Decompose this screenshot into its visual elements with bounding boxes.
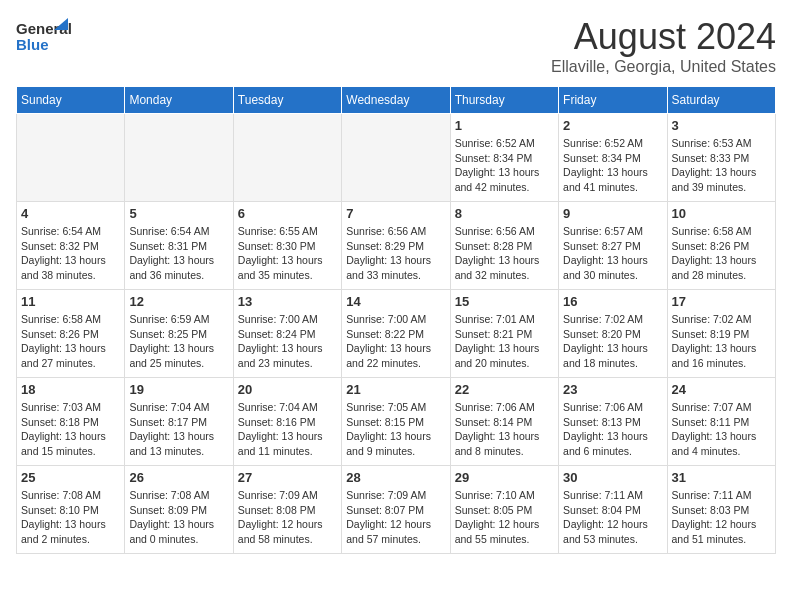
calendar-week-row: 18Sunrise: 7:03 AM Sunset: 8:18 PM Dayli… xyxy=(17,378,776,466)
calendar-cell: 8Sunrise: 6:56 AM Sunset: 8:28 PM Daylig… xyxy=(450,202,558,290)
day-info: Sunrise: 7:11 AM Sunset: 8:04 PM Dayligh… xyxy=(563,488,662,547)
day-number: 15 xyxy=(455,294,554,309)
day-number: 3 xyxy=(672,118,771,133)
calendar-cell: 12Sunrise: 6:59 AM Sunset: 8:25 PM Dayli… xyxy=(125,290,233,378)
svg-text:Blue: Blue xyxy=(16,36,49,53)
day-number: 1 xyxy=(455,118,554,133)
day-info: Sunrise: 6:52 AM Sunset: 8:34 PM Dayligh… xyxy=(455,136,554,195)
weekday-header: Wednesday xyxy=(342,87,450,114)
calendar-cell: 17Sunrise: 7:02 AM Sunset: 8:19 PM Dayli… xyxy=(667,290,775,378)
calendar-cell xyxy=(125,114,233,202)
day-number: 11 xyxy=(21,294,120,309)
day-number: 24 xyxy=(672,382,771,397)
day-info: Sunrise: 6:54 AM Sunset: 8:31 PM Dayligh… xyxy=(129,224,228,283)
day-number: 27 xyxy=(238,470,337,485)
day-info: Sunrise: 7:08 AM Sunset: 8:09 PM Dayligh… xyxy=(129,488,228,547)
day-info: Sunrise: 6:55 AM Sunset: 8:30 PM Dayligh… xyxy=(238,224,337,283)
calendar-cell: 28Sunrise: 7:09 AM Sunset: 8:07 PM Dayli… xyxy=(342,466,450,554)
calendar-cell: 24Sunrise: 7:07 AM Sunset: 8:11 PM Dayli… xyxy=(667,378,775,466)
calendar-cell: 2Sunrise: 6:52 AM Sunset: 8:34 PM Daylig… xyxy=(559,114,667,202)
day-number: 13 xyxy=(238,294,337,309)
calendar-cell: 29Sunrise: 7:10 AM Sunset: 8:05 PM Dayli… xyxy=(450,466,558,554)
day-number: 31 xyxy=(672,470,771,485)
day-number: 28 xyxy=(346,470,445,485)
calendar-week-row: 25Sunrise: 7:08 AM Sunset: 8:10 PM Dayli… xyxy=(17,466,776,554)
calendar-week-row: 1Sunrise: 6:52 AM Sunset: 8:34 PM Daylig… xyxy=(17,114,776,202)
weekday-header: Monday xyxy=(125,87,233,114)
day-info: Sunrise: 7:02 AM Sunset: 8:20 PM Dayligh… xyxy=(563,312,662,371)
calendar-cell: 30Sunrise: 7:11 AM Sunset: 8:04 PM Dayli… xyxy=(559,466,667,554)
day-number: 16 xyxy=(563,294,662,309)
day-info: Sunrise: 7:04 AM Sunset: 8:17 PM Dayligh… xyxy=(129,400,228,459)
calendar-cell xyxy=(233,114,341,202)
day-info: Sunrise: 7:03 AM Sunset: 8:18 PM Dayligh… xyxy=(21,400,120,459)
day-number: 26 xyxy=(129,470,228,485)
day-info: Sunrise: 7:09 AM Sunset: 8:08 PM Dayligh… xyxy=(238,488,337,547)
calendar-cell: 10Sunrise: 6:58 AM Sunset: 8:26 PM Dayli… xyxy=(667,202,775,290)
calendar-cell: 5Sunrise: 6:54 AM Sunset: 8:31 PM Daylig… xyxy=(125,202,233,290)
day-info: Sunrise: 7:00 AM Sunset: 8:24 PM Dayligh… xyxy=(238,312,337,371)
calendar-cell: 6Sunrise: 6:55 AM Sunset: 8:30 PM Daylig… xyxy=(233,202,341,290)
day-info: Sunrise: 6:56 AM Sunset: 8:29 PM Dayligh… xyxy=(346,224,445,283)
day-number: 17 xyxy=(672,294,771,309)
day-info: Sunrise: 6:58 AM Sunset: 8:26 PM Dayligh… xyxy=(21,312,120,371)
calendar-week-row: 11Sunrise: 6:58 AM Sunset: 8:26 PM Dayli… xyxy=(17,290,776,378)
day-info: Sunrise: 6:58 AM Sunset: 8:26 PM Dayligh… xyxy=(672,224,771,283)
day-number: 14 xyxy=(346,294,445,309)
calendar-cell: 9Sunrise: 6:57 AM Sunset: 8:27 PM Daylig… xyxy=(559,202,667,290)
day-info: Sunrise: 6:54 AM Sunset: 8:32 PM Dayligh… xyxy=(21,224,120,283)
day-number: 4 xyxy=(21,206,120,221)
day-number: 7 xyxy=(346,206,445,221)
weekday-header: Tuesday xyxy=(233,87,341,114)
calendar-cell xyxy=(342,114,450,202)
title-area: August 2024 Ellaville, Georgia, United S… xyxy=(551,16,776,76)
calendar-cell: 25Sunrise: 7:08 AM Sunset: 8:10 PM Dayli… xyxy=(17,466,125,554)
weekday-header: Saturday xyxy=(667,87,775,114)
calendar-cell: 26Sunrise: 7:08 AM Sunset: 8:09 PM Dayli… xyxy=(125,466,233,554)
calendar-cell: 22Sunrise: 7:06 AM Sunset: 8:14 PM Dayli… xyxy=(450,378,558,466)
calendar-table: SundayMondayTuesdayWednesdayThursdayFrid… xyxy=(16,86,776,554)
day-info: Sunrise: 7:06 AM Sunset: 8:14 PM Dayligh… xyxy=(455,400,554,459)
day-info: Sunrise: 7:06 AM Sunset: 8:13 PM Dayligh… xyxy=(563,400,662,459)
day-info: Sunrise: 7:04 AM Sunset: 8:16 PM Dayligh… xyxy=(238,400,337,459)
calendar-cell: 31Sunrise: 7:11 AM Sunset: 8:03 PM Dayli… xyxy=(667,466,775,554)
calendar-cell: 13Sunrise: 7:00 AM Sunset: 8:24 PM Dayli… xyxy=(233,290,341,378)
main-title: August 2024 xyxy=(551,16,776,58)
calendar-cell: 27Sunrise: 7:09 AM Sunset: 8:08 PM Dayli… xyxy=(233,466,341,554)
day-number: 9 xyxy=(563,206,662,221)
day-number: 30 xyxy=(563,470,662,485)
day-number: 25 xyxy=(21,470,120,485)
day-info: Sunrise: 7:00 AM Sunset: 8:22 PM Dayligh… xyxy=(346,312,445,371)
day-number: 6 xyxy=(238,206,337,221)
day-number: 10 xyxy=(672,206,771,221)
logo-icon: General Blue xyxy=(16,16,72,60)
day-info: Sunrise: 7:07 AM Sunset: 8:11 PM Dayligh… xyxy=(672,400,771,459)
day-number: 20 xyxy=(238,382,337,397)
calendar-cell: 1Sunrise: 6:52 AM Sunset: 8:34 PM Daylig… xyxy=(450,114,558,202)
calendar-cell: 16Sunrise: 7:02 AM Sunset: 8:20 PM Dayli… xyxy=(559,290,667,378)
day-number: 12 xyxy=(129,294,228,309)
day-number: 5 xyxy=(129,206,228,221)
calendar-cell: 11Sunrise: 6:58 AM Sunset: 8:26 PM Dayli… xyxy=(17,290,125,378)
day-info: Sunrise: 7:05 AM Sunset: 8:15 PM Dayligh… xyxy=(346,400,445,459)
calendar-cell: 14Sunrise: 7:00 AM Sunset: 8:22 PM Dayli… xyxy=(342,290,450,378)
day-number: 23 xyxy=(563,382,662,397)
day-info: Sunrise: 6:57 AM Sunset: 8:27 PM Dayligh… xyxy=(563,224,662,283)
subtitle: Ellaville, Georgia, United States xyxy=(551,58,776,76)
day-info: Sunrise: 6:52 AM Sunset: 8:34 PM Dayligh… xyxy=(563,136,662,195)
calendar-cell: 3Sunrise: 6:53 AM Sunset: 8:33 PM Daylig… xyxy=(667,114,775,202)
day-number: 2 xyxy=(563,118,662,133)
calendar-cell: 21Sunrise: 7:05 AM Sunset: 8:15 PM Dayli… xyxy=(342,378,450,466)
calendar-cell: 23Sunrise: 7:06 AM Sunset: 8:13 PM Dayli… xyxy=(559,378,667,466)
weekday-header: Sunday xyxy=(17,87,125,114)
day-info: Sunrise: 6:56 AM Sunset: 8:28 PM Dayligh… xyxy=(455,224,554,283)
calendar-cell: 7Sunrise: 6:56 AM Sunset: 8:29 PM Daylig… xyxy=(342,202,450,290)
day-info: Sunrise: 7:11 AM Sunset: 8:03 PM Dayligh… xyxy=(672,488,771,547)
calendar-cell: 18Sunrise: 7:03 AM Sunset: 8:18 PM Dayli… xyxy=(17,378,125,466)
day-number: 29 xyxy=(455,470,554,485)
calendar-cell: 20Sunrise: 7:04 AM Sunset: 8:16 PM Dayli… xyxy=(233,378,341,466)
day-number: 21 xyxy=(346,382,445,397)
weekday-header: Friday xyxy=(559,87,667,114)
day-info: Sunrise: 7:01 AM Sunset: 8:21 PM Dayligh… xyxy=(455,312,554,371)
calendar-cell xyxy=(17,114,125,202)
